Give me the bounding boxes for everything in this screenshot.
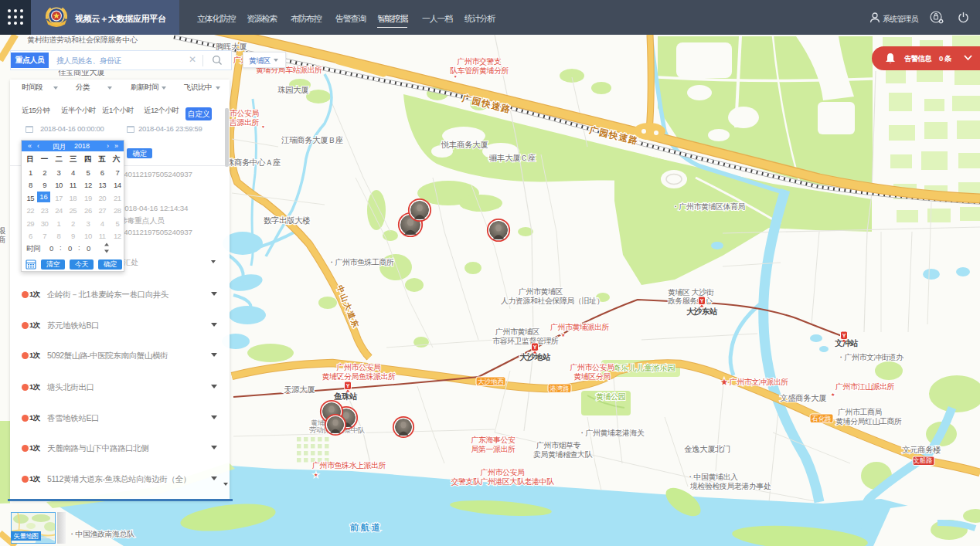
svg-text:★: ★ [561,333,565,337]
svg-text:Y: Y [533,344,537,350]
svg-text:悦丰商务大厦: 悦丰商务大厦 [441,140,488,149]
svg-text:港湾路: 港湾路 [550,385,570,392]
svg-text:石化路: 石化路 [812,415,832,422]
svg-text:大沙地西: 大沙地西 [478,378,505,385]
svg-text:黄埔分局红山工商所: 黄埔分局红山工商所 [835,417,902,426]
svg-text:鱼珠站: 鱼珠站 [333,392,358,401]
svg-text:・广州市黄埔区体育局: ・广州市黄埔区体育局 [672,202,745,211]
svg-text:★: ★ [337,376,341,381]
svg-text:珠商务中心Ａ座: 珠商务中心Ａ座 [226,158,281,167]
svg-text:★ 广州市文冲派出所: ★ 广州市文冲派出所 [720,378,788,386]
svg-text:・广州黄埔老港海关: ・广州黄埔老港海关 [578,429,645,437]
svg-text:卖局黄埔稽查大队: 卖局黄埔稽查大队 [533,450,594,459]
svg-text:Y: Y [842,333,846,338]
svg-text:★: ★ [831,392,835,397]
svg-text:黄埔区分局鱼珠派出所: 黄埔区分局鱼珠派出所 [322,372,396,381]
svg-text:・中国黄埔出入: ・中国黄埔出入 [686,473,738,481]
svg-text:Y: Y [700,298,704,304]
svg-text:文元商务楼: 文元商务楼 [902,445,941,454]
svg-text:市容环卫监督管理所: 市容环卫监督管理所 [492,337,559,345]
svg-text:市公安局: 市公安局 [230,109,259,117]
svg-text:黄埔区分局: 黄埔区分局 [573,372,611,381]
svg-text:广州市鱼珠水上派出所: 广州市鱼珠水上派出所 [312,461,386,470]
svg-text:江瑞商务大厦Ｂ座: 江瑞商务大厦Ｂ座 [281,135,343,144]
svg-text:境检验检疫局老港办事处: 境检验检疫局老港办事处 [689,482,771,490]
svg-text:广州市工商局: 广州市工商局 [838,408,882,416]
svg-text:・中国渔政南海总队: ・中国渔政南海总队 [68,530,135,538]
svg-text:广州市公安局: 广州市公安局 [570,363,614,371]
svg-text:广州市烟草专: 广州市烟草专 [536,441,581,449]
svg-text:大沙地站: 大沙地站 [519,352,551,361]
svg-text:交警支队广州港区大队老港中队: 交警支队广州港区大队老港中队 [451,477,556,486]
svg-text:▼: ▼ [454,74,457,79]
svg-text:广州市黄埔派出所: 广州市黄埔派出所 [550,323,610,331]
svg-text:广州市江山派出所: 广州市江山派出所 [835,382,895,391]
svg-text:政务服务中心: 政务服务中心 [668,297,713,305]
svg-text:黄村街道劳动和社会保障服务中心: 黄村街道劳动和社会保障服务中心 [27,36,138,44]
svg-text:・广州市文冲街道办: ・广州市文冲街道办 [837,353,904,361]
svg-text:广州市黄埔区: 广州市黄埔区 [519,287,563,296]
svg-text:吉源出所: 吉源出所 [230,118,260,127]
svg-text:骊丰大厦Ｃ座: 骊丰大厦Ｃ座 [488,153,536,162]
svg-text:广州市公安局: 广州市公安局 [481,468,525,476]
svg-text:大沙东站: 大沙东站 [686,307,718,316]
svg-text:前 航 道: 前 航 道 [349,522,380,532]
svg-text:文船路: 文船路 [913,456,933,464]
svg-text:广州市黄埔区: 广州市黄埔区 [495,327,540,336]
svg-text:广州市交警支: 广州市交警支 [458,57,502,66]
svg-text:★: ★ [314,473,318,477]
svg-text:商: 商 [0,235,5,244]
svg-text:・广州市鱼珠工商所: ・广州市鱼珠工商所 [328,258,394,266]
svg-text:黄埔区 大沙街: 黄埔区 大沙街 [668,288,714,297]
svg-text:银: 银 [0,226,6,235]
svg-text:天源大厦: 天源大厦 [284,385,315,394]
svg-text:队车管所黄埔分所: 队车管所黄埔分所 [450,66,509,75]
svg-text:▼: ▼ [261,124,264,129]
svg-text:人力资源和社会保障局（旧址）: 人力资源和社会保障局（旧址） [501,297,604,305]
svg-text:奇乐儿儿童游乐园: 奇乐儿儿童游乐园 [613,363,675,372]
svg-text:局第一派出所: 局第一派出所 [471,445,516,453]
svg-text:珠园大厦: 珠园大厦 [277,85,309,94]
svg-text:黄埔公园: 黄埔公园 [596,392,625,401]
svg-text:金逸大厦北门: 金逸大厦北门 [684,444,730,453]
svg-text:文盛商务大厦: 文盛商务大厦 [780,393,827,402]
svg-text:广东海事公安: 广东海事公安 [471,436,516,444]
svg-text:Y: Y [346,383,350,388]
svg-text:广州市公安局: 广州市公安局 [337,363,381,371]
svg-text:数字出版大楼: 数字出版大楼 [264,215,311,225]
